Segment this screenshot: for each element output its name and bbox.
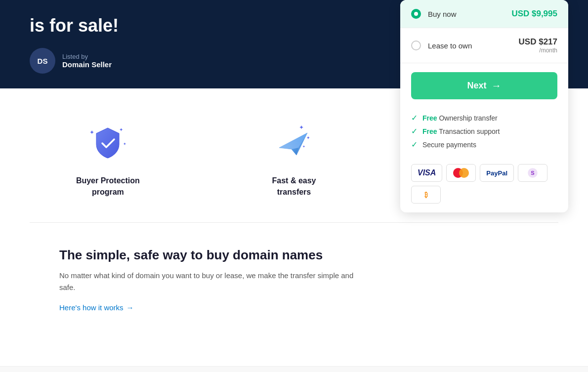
seller-name: Domain Seller xyxy=(62,60,112,69)
svg-text:✦: ✦ xyxy=(123,142,126,146)
avatar: DS xyxy=(30,48,55,74)
svg-text:✦: ✦ xyxy=(119,127,123,132)
svg-text:✦: ✦ xyxy=(306,135,310,140)
pricing-card: Buy now USD $9,995 Lease to own USD $217… xyxy=(400,0,568,212)
section-divider xyxy=(30,222,558,223)
svg-text:✦: ✦ xyxy=(299,124,304,131)
feature-buyer-protection: ✦ ✦ ✦ xyxy=(30,118,186,198)
seller-text: Listed by Domain Seller xyxy=(62,53,112,69)
benefit-item-2: ✓ Free Transaction support xyxy=(411,126,557,136)
simple-title: The simple, safe way to buy domain names xyxy=(59,248,529,263)
benefit-text-2: Free Transaction support xyxy=(422,127,500,135)
buy-now-price-col: USD $9,995 xyxy=(511,9,557,19)
shield-icon: ✦ ✦ ✦ xyxy=(85,121,130,165)
benefit-text-3: Secure payments xyxy=(422,141,476,149)
lease-price: USD $217 xyxy=(519,37,557,47)
svg-text:✦: ✦ xyxy=(302,145,305,148)
lease-radio[interactable] xyxy=(411,41,421,50)
lease-price-col: USD $217 /month xyxy=(519,37,557,54)
fast-transfers-icon-wrapper: ✦ ✦ ✦ xyxy=(269,118,319,167)
simple-section: The simple, safe way to buy domain names… xyxy=(30,248,558,341)
check-icon-3: ✓ xyxy=(411,140,418,149)
lease-label: Lease to own xyxy=(428,41,512,50)
check-icon-2: ✓ xyxy=(411,126,418,136)
footer: Privacy policy · Terms of use · Disclaim… xyxy=(0,366,588,372)
how-it-works-link[interactable]: Here's how it works → xyxy=(59,303,529,312)
next-button-label: Next xyxy=(467,81,486,91)
radio-inner xyxy=(414,12,418,16)
benefit-text-1: Free Ownership transfer xyxy=(422,114,498,122)
next-button[interactable]: Next → xyxy=(411,72,557,99)
svg-text:✦: ✦ xyxy=(89,129,94,136)
paper-plane-icon: ✦ ✦ ✦ xyxy=(272,121,316,165)
check-icon-1: ✓ xyxy=(411,113,418,123)
mastercard-badge xyxy=(446,164,476,182)
visa-badge: VISA xyxy=(411,164,442,182)
skrill-badge: S xyxy=(518,164,547,182)
buy-now-label: Buy now xyxy=(428,10,504,18)
benefits-list: ✓ Free Ownership transfer ✓ Free Transac… xyxy=(400,108,568,157)
buy-now-option[interactable]: Buy now USD $9,995 xyxy=(400,0,568,28)
simple-description: No matter what kind of domain you want t… xyxy=(59,270,356,293)
svg-text:S: S xyxy=(531,170,534,176)
lease-subtext: /month xyxy=(519,47,557,54)
buyer-protection-icon-wrapper: ✦ ✦ ✦ xyxy=(83,118,132,167)
page-wrapper: is for sale! DS Listed by Domain Seller … xyxy=(0,0,588,372)
fast-transfers-title: Fast & easytransfers xyxy=(272,175,316,198)
works-link-text: Here's how it works xyxy=(59,303,124,312)
arrow-right-icon: → xyxy=(492,80,502,91)
payment-methods: VISA PayPal S ₿ xyxy=(400,157,568,212)
lease-to-own-option[interactable]: Lease to own USD $217 /month xyxy=(400,28,568,63)
mastercard-icon xyxy=(453,168,469,178)
benefit-item-1: ✓ Free Ownership transfer xyxy=(411,113,557,123)
feature-fast-transfers: ✦ ✦ ✦ xyxy=(216,118,373,198)
arrow-right-icon: → xyxy=(126,303,134,312)
buy-now-price: USD $9,995 xyxy=(511,9,557,19)
buyer-protection-title: Buyer Protectionprogram xyxy=(76,175,140,198)
buy-now-radio[interactable] xyxy=(411,9,421,19)
skrill-icon: S xyxy=(527,168,539,178)
bitcoin-badge: ₿ xyxy=(411,186,441,204)
benefit-item-3: ✓ Secure payments xyxy=(411,140,557,149)
seller-label: Listed by xyxy=(62,53,112,60)
paypal-badge: PayPal xyxy=(480,164,514,182)
